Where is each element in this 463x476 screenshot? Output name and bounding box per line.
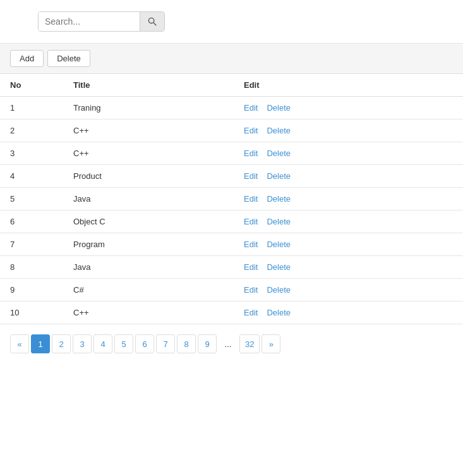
search-bar — [0, 0, 463, 44]
edit-link[interactable]: Edit — [244, 171, 258, 181]
delete-link[interactable]: Delete — [267, 240, 291, 249]
col-header-edit: Edit — [234, 74, 463, 97]
pagination: « 1 2 3 4 5 6 7 8 9 ... 32 » — [0, 324, 463, 363]
cell-no: 7 — [0, 233, 63, 256]
search-button[interactable] — [140, 12, 164, 31]
delete-link[interactable]: Delete — [267, 149, 291, 158]
pagination-page-6[interactable]: 6 — [135, 334, 154, 353]
table-row: 9C#EditDelete — [0, 279, 463, 302]
cell-edit: EditDelete — [234, 165, 463, 188]
edit-link[interactable]: Edit — [244, 308, 258, 317]
pagination-prev[interactable]: « — [10, 334, 29, 353]
search-input[interactable] — [39, 12, 140, 31]
edit-link[interactable]: Edit — [244, 240, 258, 249]
table-row: 4ProductEditDelete — [0, 165, 463, 188]
delete-link[interactable]: Delete — [267, 217, 291, 226]
cell-title: Product — [63, 165, 234, 188]
cell-no: 5 — [0, 188, 63, 211]
cell-edit: EditDelete — [234, 188, 463, 211]
table-header-row: No Title Edit — [0, 74, 463, 97]
pagination-page-9[interactable]: 9 — [198, 334, 217, 353]
delete-link[interactable]: Delete — [267, 308, 291, 317]
table-row: 5JavaEditDelete — [0, 188, 463, 211]
search-icon — [148, 17, 157, 26]
pagination-page-1[interactable]: 1 — [31, 334, 50, 353]
cell-edit: EditDelete — [234, 119, 463, 142]
search-wrapper — [38, 11, 165, 32]
cell-title: Java — [63, 188, 234, 211]
delete-link[interactable]: Delete — [267, 126, 291, 135]
svg-point-0 — [148, 18, 153, 23]
cell-no: 4 — [0, 165, 63, 188]
cell-no: 3 — [0, 142, 63, 165]
edit-link[interactable]: Edit — [244, 103, 258, 113]
table-row: 7ProgramEditDelete — [0, 233, 463, 256]
edit-link[interactable]: Edit — [244, 262, 258, 272]
table-row: 2C++EditDelete — [0, 119, 463, 142]
cell-edit: EditDelete — [234, 256, 463, 279]
cell-edit: EditDelete — [234, 97, 463, 119]
pagination-page-8[interactable]: 8 — [177, 334, 196, 353]
cell-title: C# — [63, 279, 234, 302]
table-row: 1TraningEditDelete — [0, 97, 463, 119]
col-header-no: No — [0, 74, 63, 97]
delete-link[interactable]: Delete — [267, 285, 291, 295]
cell-no: 10 — [0, 302, 63, 324]
cell-edit: EditDelete — [234, 211, 463, 233]
delete-link[interactable]: Delete — [267, 262, 291, 272]
pagination-page-7[interactable]: 7 — [156, 334, 175, 353]
table-row: 3C++EditDelete — [0, 142, 463, 165]
cell-title: Java — [63, 256, 234, 279]
pagination-page-32[interactable]: 32 — [239, 334, 260, 353]
toolbar: Add Delete — [0, 44, 463, 74]
cell-no: 6 — [0, 211, 63, 233]
cell-title: Object C — [63, 211, 234, 233]
col-header-title: Title — [63, 74, 234, 97]
cell-edit: EditDelete — [234, 233, 463, 256]
delete-link[interactable]: Delete — [267, 103, 291, 113]
cell-no: 8 — [0, 256, 63, 279]
svg-line-1 — [153, 23, 156, 25]
delete-link[interactable]: Delete — [267, 171, 291, 181]
cell-no: 1 — [0, 97, 63, 119]
pagination-page-5[interactable]: 5 — [114, 334, 133, 353]
add-button[interactable]: Add — [10, 50, 44, 67]
delete-link[interactable]: Delete — [267, 194, 291, 204]
edit-link[interactable]: Edit — [244, 126, 258, 135]
cell-title: C++ — [63, 302, 234, 324]
data-table: No Title Edit 1TraningEditDelete2C++Edit… — [0, 74, 463, 324]
table-row: 8JavaEditDelete — [0, 256, 463, 279]
cell-title: Traning — [63, 97, 234, 119]
table-row: 10C++EditDelete — [0, 302, 463, 324]
cell-title: C++ — [63, 142, 234, 165]
cell-edit: EditDelete — [234, 279, 463, 302]
cell-edit: EditDelete — [234, 302, 463, 324]
cell-title: Program — [63, 233, 234, 256]
cell-no: 9 — [0, 279, 63, 302]
cell-title: C++ — [63, 119, 234, 142]
pagination-next[interactable]: » — [262, 334, 280, 353]
edit-link[interactable]: Edit — [244, 149, 258, 158]
cell-no: 2 — [0, 119, 63, 142]
edit-link[interactable]: Edit — [244, 194, 258, 204]
pagination-page-4[interactable]: 4 — [93, 334, 112, 353]
pagination-page-3[interactable]: 3 — [73, 334, 92, 353]
table-container: No Title Edit 1TraningEditDelete2C++Edit… — [0, 74, 463, 324]
delete-button[interactable]: Delete — [47, 50, 90, 67]
edit-link[interactable]: Edit — [244, 217, 258, 226]
pagination-ellipsis: ... — [219, 334, 238, 353]
table-row: 6Object CEditDelete — [0, 211, 463, 233]
edit-link[interactable]: Edit — [244, 285, 258, 295]
cell-edit: EditDelete — [234, 142, 463, 165]
pagination-page-2[interactable]: 2 — [52, 334, 71, 353]
